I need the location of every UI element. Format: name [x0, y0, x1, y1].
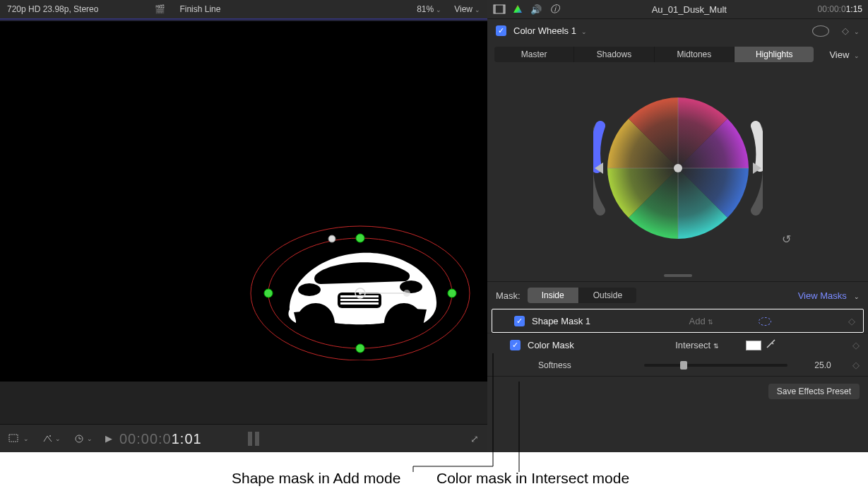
fullscreen-icon[interactable]: ⤢	[470, 433, 479, 444]
svg-rect-22	[503, 5, 505, 13]
inspector-header: 🔊 ⓘ Au_01_Dusk_Mult 00:00:01:15	[487, 0, 868, 18]
shape-mask-checkbox[interactable]: ✓	[514, 316, 525, 326]
mask-inside-outside: Inside Outside	[528, 288, 636, 303]
tab-midtones[interactable]: Midtones	[655, 47, 735, 62]
retime-menu[interactable]: ⌄	[73, 434, 93, 444]
panel-resize-handle[interactable]	[487, 274, 868, 281]
annotation-shape-add: Shape mask in Add mode	[232, 470, 400, 487]
tab-highlights[interactable]: Highlights	[735, 47, 814, 62]
svg-point-11	[448, 289, 456, 297]
color-mask-keyframe-icon[interactable]: ◇	[852, 340, 860, 350]
color-wheel[interactable]: ↺	[593, 83, 763, 253]
clip-title: Finish Line	[179, 4, 417, 14]
shape-mask-name: Shape Mask 1	[532, 316, 659, 326]
shape-mask-keyframe-icon[interactable]: ◇	[848, 316, 855, 326]
svg-point-10	[264, 289, 273, 297]
save-effects-preset-button[interactable]: Save Effects Preset	[768, 384, 860, 399]
svg-rect-17	[9, 435, 18, 442]
inspector-panel: 🔊 ⓘ Au_01_Dusk_Mult 00:00:01:15 ✓ Color …	[487, 0, 868, 452]
shape-mask-mode-menu[interactable]: Add ⇅	[659, 316, 744, 326]
effect-name-menu[interactable]: Color Wheels 1 ⌄	[513, 25, 805, 36]
mask-icon[interactable]	[812, 25, 829, 37]
svg-rect-21	[494, 5, 496, 13]
effect-enabled-checkbox[interactable]: ✓	[496, 25, 506, 36]
svg-point-15	[403, 290, 410, 297]
save-preset-row: Save Effects Preset	[487, 376, 868, 406]
color-mask-row[interactable]: ✓ Color Mask Intersect ⇅ ◇	[487, 333, 868, 357]
inspector-clip-name: Au_01_Dusk_Mult	[566, 4, 812, 15]
svg-point-26	[674, 164, 682, 172]
shape-mask-row[interactable]: ✓ Shape Mask 1 Add ⇅ ◇	[492, 309, 864, 333]
format-label: 720p HD 23.98p, Stereo	[7, 4, 98, 14]
skimmer-indicator	[248, 432, 259, 446]
video-inspector-icon[interactable]	[493, 3, 506, 16]
viewer-canvas[interactable]	[0, 21, 487, 382]
svg-point-16	[328, 235, 335, 242]
tab-master[interactable]: Master	[494, 47, 574, 62]
wheel-tabs-row: Master Shadows Midtones Highlights View …	[487, 42, 868, 62]
play-button[interactable]: ▶	[105, 433, 112, 444]
svg-rect-3	[340, 295, 379, 297]
effect-row: ✓ Color Wheels 1 ⌄ ◇ ⌄	[487, 18, 868, 42]
info-inspector-icon[interactable]: ⓘ	[548, 3, 561, 16]
eyedropper-icon[interactable]	[766, 339, 775, 351]
viewer-footer: ⌄ ⌄ ⌄ ▶ 00:00:01:01 ⤢	[0, 424, 487, 452]
mask-outside-button[interactable]: Outside	[579, 288, 636, 303]
svg-rect-5	[340, 302, 379, 305]
softness-slider[interactable]	[644, 364, 787, 367]
view-menu[interactable]: View⌄	[454, 4, 480, 14]
audio-inspector-icon[interactable]: 🔊	[530, 3, 542, 16]
softness-row: Softness 25.0 ◇	[487, 357, 868, 376]
wheel-view-menu[interactable]: View ⌄	[829, 49, 860, 60]
mask-section: Mask: Inside Outside View Masks ⌄	[487, 281, 868, 309]
crop-tool-menu[interactable]: ⌄	[8, 434, 29, 444]
enhance-menu[interactable]: ⌄	[42, 434, 61, 444]
keyframe-menu-icon[interactable]: ◇ ⌄	[842, 25, 860, 36]
color-mask-mode-menu[interactable]: Intersect ⇅	[655, 340, 739, 350]
color-mask-swatch[interactable]	[746, 341, 761, 350]
clapboard-icon[interactable]: 🎬	[155, 4, 165, 14]
color-wheel-area: ↺	[487, 62, 868, 274]
color-inspector-icon[interactable]	[511, 3, 524, 16]
color-mask-name: Color Mask	[528, 340, 655, 350]
mask-onscreen-control[interactable]	[247, 219, 473, 360]
svg-point-18	[49, 435, 51, 437]
viewer-timecode[interactable]: 00:00:01:01	[119, 430, 202, 447]
softness-label: Softness	[538, 360, 644, 370]
tone-tabs: Master Shadows Midtones Highlights	[494, 47, 814, 62]
viewer-panel: 720p HD 23.98p, Stereo 🎬 Finish Line 81%…	[0, 0, 487, 452]
softness-keyframe-icon[interactable]: ◇	[852, 360, 860, 370]
zoom-menu[interactable]: 81%⌄	[417, 4, 441, 14]
mask-label: Mask:	[496, 290, 521, 301]
viewer-spacer	[0, 382, 487, 424]
svg-point-6	[298, 283, 321, 296]
color-mask-checkbox[interactable]: ✓	[510, 340, 521, 350]
reset-icon[interactable]: ↺	[782, 232, 791, 246]
svg-point-7	[400, 281, 422, 293]
inspector-timecode: 00:00:01:15	[818, 4, 862, 14]
mask-inside-button[interactable]: Inside	[528, 288, 579, 303]
shape-mask-shape-icon[interactable]	[744, 317, 786, 326]
annotation-color-intersect: Color mask in Intersect mode	[436, 470, 629, 487]
svg-rect-4	[340, 299, 379, 301]
svg-point-9	[356, 344, 364, 353]
tab-shadows[interactable]: Shadows	[574, 47, 654, 62]
viewer-header: 720p HD 23.98p, Stereo 🎬 Finish Line 81%…	[0, 0, 487, 18]
softness-value[interactable]: 25.0	[802, 360, 844, 370]
svg-point-8	[356, 234, 364, 242]
view-masks-menu[interactable]: View Masks ⌄	[798, 290, 860, 301]
